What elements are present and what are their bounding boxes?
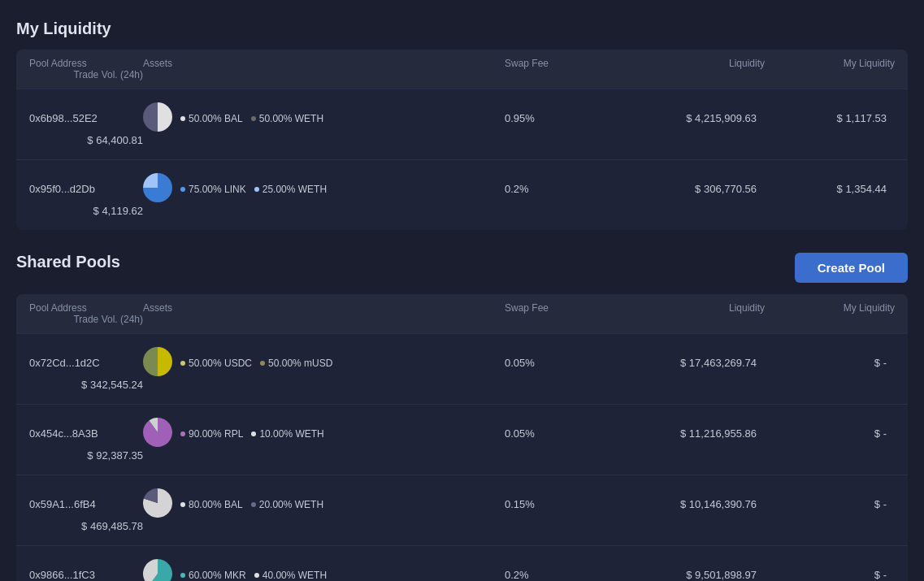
pie-chart-icon	[143, 488, 172, 520]
liquidity-value: $ 4,215,909.63	[635, 112, 765, 124]
liquidity-value: $ 9,501,898.97	[635, 569, 765, 581]
assets-cell: 60.00% MKR 40.00% WETH	[143, 559, 505, 581]
asset-labels: 60.00% MKR 40.00% WETH	[180, 570, 327, 581]
assets-cell: 90.00% RPL 10.00% WETH	[143, 418, 505, 449]
col-swap-fee-1: Swap Fee	[505, 58, 635, 69]
asset-dot	[180, 361, 185, 366]
shared-pools-header: Pool Address Assets Swap Fee Liquidity M…	[16, 294, 908, 333]
pie-chart-icon	[143, 173, 172, 205]
col-liquidity-1: Liquidity	[635, 58, 765, 69]
asset-dot	[251, 116, 256, 121]
pool-address: 0x59A1...6fB4	[29, 498, 143, 510]
asset-label: 25.00% WETH	[254, 184, 327, 195]
col-swap-fee-2: Swap Fee	[505, 302, 635, 314]
table-row[interactable]: 0x454c...8A3B 90.00% RPL 10.00% WETH0.05…	[16, 404, 908, 475]
pie-chart-icon	[143, 102, 172, 134]
asset-dot	[180, 573, 185, 578]
pool-address: 0x454c...8A3B	[29, 427, 143, 440]
swap-fee: 0.2%	[505, 183, 635, 195]
pool-address: 0x95f0...d2Db	[29, 183, 143, 195]
pool-address: 0x6b98...52E2	[29, 112, 143, 124]
assets-cell: 75.00% LINK 25.00% WETH	[143, 173, 505, 205]
assets-cell: 80.00% BAL 20.00% WETH	[143, 488, 505, 520]
swap-fee: 0.15%	[505, 498, 635, 510]
my-liquidity-table: Pool Address Assets Swap Fee Liquidity M…	[16, 50, 908, 230]
col-assets-2: Assets	[143, 302, 403, 314]
col-assets-1: Assets	[143, 58, 403, 69]
my-liquidity-value: $ -	[765, 427, 895, 440]
my-liquidity-value: $ 1,117.53	[765, 112, 895, 124]
asset-label: 40.00% WETH	[254, 570, 327, 581]
trade-vol-value: $ 4,119.62	[29, 205, 143, 217]
my-liquidity-value: $ -	[765, 357, 895, 369]
asset-labels: 50.00% BAL 50.00% WETH	[180, 113, 323, 124]
swap-fee: 0.05%	[505, 357, 635, 369]
create-pool-button[interactable]: Create Pool	[795, 253, 908, 283]
asset-label: 50.00% BAL	[180, 113, 243, 124]
col-pool-address-2: Pool Address	[29, 302, 143, 314]
assets-cell: 50.00% BAL 50.00% WETH	[143, 102, 505, 134]
assets-cell: 50.00% USDC 50.00% mUSD	[143, 347, 505, 379]
asset-dot	[180, 431, 185, 436]
table-row[interactable]: 0x95f0...d2Db 75.00% LINK 25.00% WETH0.2…	[16, 159, 908, 230]
asset-label: 60.00% MKR	[180, 570, 246, 581]
asset-dot	[180, 187, 185, 192]
asset-label: 80.00% BAL	[180, 499, 243, 510]
shared-pools-title: Shared Pools	[16, 253, 120, 271]
liquidity-value: $ 10,146,390.76	[635, 498, 765, 510]
pie-chart-icon	[143, 418, 172, 449]
pool-address: 0x72Cd...1d2C	[29, 357, 143, 369]
pool-address: 0x9866...1fC3	[29, 569, 143, 581]
pie-chart-icon	[143, 347, 172, 379]
table-row[interactable]: 0x72Cd...1d2C 50.00% USDC 50.00% mUSD0.0…	[16, 333, 908, 404]
asset-label: 20.00% WETH	[251, 499, 323, 510]
asset-dot	[180, 502, 185, 507]
asset-labels: 50.00% USDC 50.00% mUSD	[180, 358, 332, 369]
my-liquidity-header: Pool Address Assets Swap Fee Liquidity M…	[16, 50, 908, 89]
asset-label: 75.00% LINK	[180, 184, 246, 195]
swap-fee: 0.05%	[505, 427, 635, 440]
table-row[interactable]: 0x59A1...6fB4 80.00% BAL 20.00% WETH0.15…	[16, 475, 908, 545]
asset-dot	[180, 116, 185, 121]
my-liquidity-value: $ -	[765, 498, 895, 510]
asset-label: 90.00% RPL	[180, 428, 243, 440]
asset-dot	[254, 573, 259, 578]
asset-dot	[254, 187, 259, 192]
table-row[interactable]: 0x9866...1fC3 60.00% MKR 40.00% WETH0.2%…	[16, 545, 908, 581]
col-pool-address-1: Pool Address	[29, 58, 143, 69]
col-my-liquidity-1: My Liquidity	[765, 58, 895, 69]
col-trade-vol-2: Trade Vol. (24h)	[29, 314, 143, 325]
asset-dot	[251, 502, 256, 507]
col-my-liquidity-2: My Liquidity	[765, 302, 895, 314]
swap-fee: 0.2%	[505, 569, 635, 581]
shared-pools-table: Pool Address Assets Swap Fee Liquidity M…	[16, 294, 908, 581]
asset-labels: 90.00% RPL 10.00% WETH	[180, 428, 324, 440]
my-liquidity-value: $ -	[765, 569, 895, 581]
asset-dot	[260, 361, 265, 366]
asset-label: 50.00% USDC	[180, 358, 252, 369]
trade-vol-value: $ 469,485.78	[29, 520, 143, 532]
trade-vol-value: $ 92,387.35	[29, 449, 143, 462]
asset-label: 10.00% WETH	[251, 428, 323, 440]
asset-dot	[251, 431, 256, 436]
liquidity-value: $ 17,463,269.74	[635, 357, 765, 369]
table-row[interactable]: 0x6b98...52E2 50.00% BAL 50.00% WETH0.95…	[16, 89, 908, 159]
col-liquidity-2: Liquidity	[635, 302, 765, 314]
asset-labels: 80.00% BAL 20.00% WETH	[180, 499, 323, 510]
asset-label: 50.00% mUSD	[260, 358, 332, 369]
trade-vol-value: $ 342,545.24	[29, 379, 143, 391]
pie-chart-icon	[143, 559, 172, 581]
swap-fee: 0.95%	[505, 112, 635, 124]
liquidity-value: $ 306,770.56	[635, 183, 765, 195]
asset-labels: 75.00% LINK 25.00% WETH	[180, 184, 327, 195]
my-liquidity-value: $ 1,354.44	[765, 183, 895, 195]
asset-label: 50.00% WETH	[251, 113, 323, 124]
liquidity-value: $ 11,216,955.86	[635, 427, 765, 440]
trade-vol-value: $ 64,400.81	[29, 134, 143, 146]
col-trade-vol-1: Trade Vol. (24h)	[29, 69, 143, 80]
my-liquidity-title: My Liquidity	[16, 20, 908, 38]
